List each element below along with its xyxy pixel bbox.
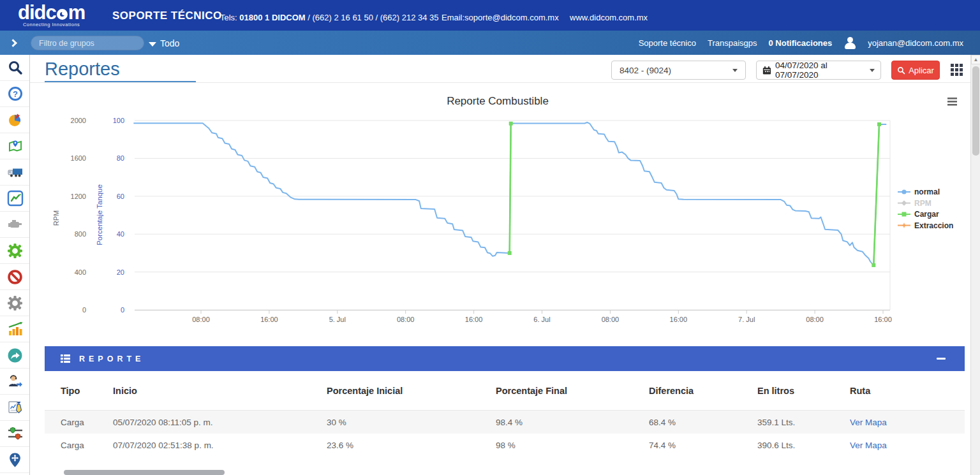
legend-item-cargar[interactable]: Cargar [898, 210, 939, 219]
column-header: Inicio [112, 386, 325, 396]
logo-text: didcm [18, 3, 85, 23]
sidebar-item-help[interactable]: ? [0, 81, 30, 107]
fleet-truck-icon [7, 164, 24, 180]
table-header-row: TipoInicioPorcentaje InicialPorcentaje F… [45, 371, 965, 411]
header-rule [30, 82, 970, 83]
settings-green-icon [7, 243, 23, 259]
search-icon [897, 66, 905, 75]
sidebar-item-statistics[interactable] [0, 316, 30, 342]
device-select[interactable]: 8402 - (9024) [611, 61, 746, 80]
sidebar-item-settings-green[interactable] [0, 238, 30, 264]
main-content: Reportes 8402 - (9024) 04/07/2020 al 07/… [30, 55, 970, 475]
logo-tagline: Connecting Innovations [18, 22, 85, 27]
x-tick-label: 16:00 [670, 316, 688, 323]
nav-user-email[interactable]: yojanan@didcom.com.mx [868, 38, 963, 48]
sidebar-item-fleet-truck[interactable] [0, 159, 30, 186]
sidebar-item-map[interactable] [0, 133, 30, 159]
x-tick-label: 16:00 [874, 316, 892, 323]
nav-link-account[interactable]: Transpaisgps [708, 38, 757, 48]
x-tick-label: 16:00 [260, 316, 278, 323]
user-avatar-icon[interactable] [843, 36, 856, 49]
sidebar-item-geofence-sliders[interactable] [0, 421, 30, 447]
scrollbar-thumb[interactable] [972, 66, 979, 156]
x-tick-label: 08:00 [397, 316, 415, 323]
share-icon [7, 347, 23, 363]
x-tick-label: 08:00 [602, 316, 620, 323]
svg-text:RPM: RPM [914, 199, 932, 208]
sidebar-item-routes-pin[interactable] [0, 447, 30, 473]
didcom-logo[interactable]: didcm Connecting Innovations [18, 3, 85, 27]
svg-text:Extraccion: Extraccion [914, 221, 953, 230]
map-icon [8, 138, 23, 154]
sidebar-item-settings-gray[interactable] [0, 290, 30, 316]
column-header: Porcentaje Final [494, 386, 648, 396]
page-title: Reportes [45, 59, 120, 80]
legend-item-extraccion[interactable]: Extraccion [898, 221, 953, 230]
nav-notifications[interactable]: 0 Notificaciones [769, 38, 833, 48]
column-header: Porcentaje Inicial [325, 386, 494, 396]
svg-text:normal: normal [914, 187, 940, 196]
sidebar-item-engine[interactable] [0, 212, 30, 238]
x-tick-label: 5. Jul [329, 316, 346, 323]
collapse-panel-button[interactable] [937, 354, 947, 364]
table-cell: 07/07/2020 02:51:38 p. m. [112, 441, 325, 450]
sidebar-expand-icon[interactable] [9, 39, 17, 47]
sidebar-item-restrictions[interactable] [0, 264, 30, 290]
nav-link-support[interactable]: Soporte técnico [639, 38, 696, 48]
rpm-tick-label: 1200 [71, 193, 86, 200]
table-cell: 98 % [494, 441, 648, 450]
ver-mapa-link[interactable]: Ver Mapa [850, 441, 887, 450]
fuel-chart: Reporte Combustible08:0016:005. Jul08:00… [45, 87, 965, 332]
chevron-down-icon [149, 42, 156, 47]
pct-axis-title: Porcentaje Tanque [96, 184, 103, 245]
restrictions-icon [7, 269, 23, 285]
x-tick-label: 08:00 [192, 316, 210, 323]
rpm-axis-title: RPM [52, 210, 60, 226]
apply-button[interactable]: Aplicar [891, 61, 940, 80]
chevron-down-icon [870, 69, 875, 72]
sidebar-item-support-agent[interactable] [0, 369, 30, 395]
rpm-tick-label: 2000 [71, 117, 86, 124]
chart-menu-icon[interactable] [947, 98, 957, 106]
report-panel-header[interactable]: REPORTE [45, 346, 965, 371]
engine-icon [7, 217, 24, 231]
sidebar-item-search[interactable] [0, 55, 30, 81]
search-icon [8, 60, 23, 75]
rpm-tick-label: 0 [82, 306, 86, 314]
group-dropdown[interactable]: Todo [149, 38, 179, 48]
cargar-marker [872, 263, 875, 267]
table-row: Carga05/07/2020 08:11:05 p. m.30 %98.4 %… [45, 411, 965, 434]
cargar-marker [509, 122, 513, 126]
table-cell: 23.6 % [325, 441, 494, 450]
chart-title: Reporte Combustible [447, 95, 549, 107]
chevron-down-icon [732, 69, 738, 72]
x-tick-label: 08:00 [806, 316, 824, 323]
sidebar-item-line-chart[interactable] [0, 186, 30, 212]
line-chart-icon [7, 190, 24, 207]
scroll-up-icon[interactable]: ▲ [971, 55, 980, 64]
horizontal-scrollbar-thumb[interactable] [64, 470, 225, 475]
table-cell: Carga [45, 441, 112, 450]
cargar-marker [877, 122, 881, 126]
svg-text:?: ? [13, 89, 18, 99]
cargar-marker [508, 251, 512, 255]
pct-tick-label: 80 [117, 154, 124, 162]
pct-tick-label: 60 [117, 193, 124, 200]
reports-pie-icon [8, 112, 23, 128]
legend-item-rpm[interactable]: RPM [898, 199, 932, 208]
sidebar-item-executive-report[interactable] [0, 395, 30, 421]
svg-text:Cargar: Cargar [914, 210, 939, 219]
header-website[interactable]: www.didcom.com.mx [570, 13, 648, 22]
column-header: Diferencia [648, 386, 756, 396]
date-range-button[interactable]: 04/07/2020 al 07/07/2020 [756, 61, 881, 80]
vertical-scrollbar[interactable]: ▲ [970, 55, 980, 475]
legend-item-normal[interactable]: normal [898, 187, 940, 196]
sidebar-item-reports-pie[interactable] [0, 107, 30, 133]
group-filter-input[interactable] [31, 36, 144, 50]
ver-mapa-link[interactable]: Ver Mapa [850, 418, 887, 427]
top-header: didcm Connecting Innovations SOPORTE TÉC… [0, 0, 980, 31]
column-header: Ruta [849, 386, 965, 396]
sidebar-item-share[interactable] [0, 342, 30, 369]
apps-grid-icon[interactable] [951, 64, 963, 77]
report-table: TipoInicioPorcentaje InicialPorcentaje F… [45, 371, 965, 457]
